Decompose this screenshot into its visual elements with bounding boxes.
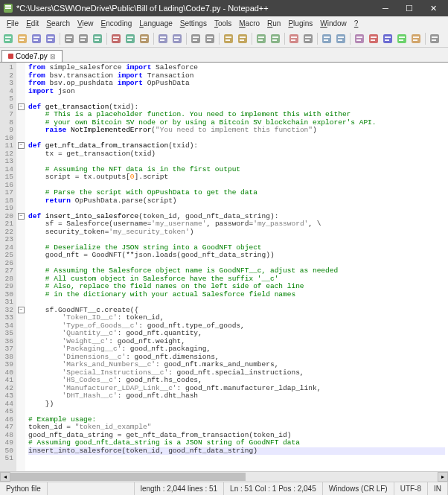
code-editor[interactable]: 1234567891011121314151617181920212223242… [0, 63, 448, 471]
line-number: 9 [1, 127, 13, 135]
toolbar-wrap-button[interactable] [269, 32, 282, 45]
toolbar-open-button[interactable] [16, 32, 29, 45]
menu-settings[interactable]: Settings [176, 19, 211, 28]
code-line[interactable]: script = tx.outputs[0].script [28, 173, 445, 182]
svg-rect-35 [160, 39, 164, 41]
line-number: 35 [1, 330, 13, 338]
toolbar-x-button[interactable] [428, 32, 441, 45]
toolbar-indent-button[interactable] [301, 32, 315, 45]
menu-language[interactable]: Language [135, 19, 176, 28]
code-line[interactable] [28, 455, 445, 463]
menu-run[interactable]: Run [263, 19, 284, 28]
code-line[interactable]: # Assuming good_nft_data_string is a JSO… [28, 439, 445, 447]
toolbar-sync-button[interactable] [255, 32, 268, 45]
svg-rect-33 [159, 34, 167, 43]
fold-minus-icon[interactable]: − [18, 307, 25, 313]
title-bar: *C:\Users\CSW\OneDrive\Public\Bill of La… [0, 0, 448, 16]
toolbar-undo-button[interactable] [156, 32, 170, 45]
toolbar-paste-button[interactable] [138, 32, 151, 45]
toolbar-redo-button[interactable] [170, 32, 184, 45]
toolbar-showall-button[interactable] [287, 32, 301, 45]
svg-rect-73 [371, 36, 377, 38]
toolbar-new-button[interactable] [1, 32, 15, 45]
scroll-left-button[interactable]: ◂ [0, 472, 10, 482]
toolbar-saveall-button[interactable] [44, 32, 57, 45]
menu-view[interactable]: View [74, 19, 97, 28]
code-line[interactable] [28, 298, 445, 307]
toolbar-close-button[interactable] [63, 32, 76, 45]
code-line[interactable]: def get_nft_data_from_transaction(txid): [28, 142, 445, 150]
toolbar-replace-button[interactable] [203, 32, 217, 45]
close-button[interactable]: ✕ [421, 0, 445, 16]
tab-close-icon[interactable]: ⊠ [50, 53, 56, 60]
svg-rect-67 [338, 36, 344, 38]
maximize-button[interactable]: ☐ [397, 0, 421, 16]
scroll-right-button[interactable]: ▸ [438, 472, 448, 482]
code-line[interactable]: # in the dictionary with your actual Sal… [28, 291, 445, 299]
svg-rect-36 [173, 34, 182, 43]
menu-edit[interactable]: Edit [22, 19, 42, 28]
status-enc: UTF-8 [394, 482, 428, 495]
fold-minus-icon[interactable]: − [18, 213, 25, 220]
menu-window[interactable]: Window [316, 19, 351, 28]
code-line[interactable]: }) [28, 400, 445, 409]
code-line[interactable]: insert_into_salesforce(token_id, good_nf… [28, 447, 445, 456]
toolbar-save-button[interactable] [30, 32, 43, 45]
toolbar-unfold-button[interactable] [334, 32, 348, 45]
scroll-thumb[interactable] [10, 473, 246, 481]
toolbar-play-button[interactable] [381, 32, 394, 45]
toolbar-copy-button[interactable] [124, 32, 137, 45]
toolbar-cut-button[interactable] [109, 32, 123, 45]
line-number: 23 [1, 236, 13, 244]
line-number: 17 [1, 189, 13, 197]
toolbar-zoomout-button[interactable] [236, 32, 249, 45]
minimize-button[interactable]: ─ [374, 0, 397, 16]
fold-minus-icon[interactable]: − [18, 103, 25, 110]
fold-minus-icon[interactable]: − [18, 142, 25, 149]
toolbar-fold-button[interactable] [320, 32, 333, 45]
file-tab[interactable]: Code7.py ⊠ [1, 50, 63, 62]
menu-?[interactable]: ? [351, 19, 362, 28]
menu-tools[interactable]: Tools [211, 19, 235, 28]
toolbar-save2-button[interactable] [409, 32, 423, 45]
toolbar-find-button[interactable] [189, 32, 202, 45]
toolbar-playm-button[interactable] [395, 32, 409, 45]
toolbar-lang-button[interactable] [353, 32, 366, 45]
code-line[interactable]: raise NotImplementedError("You need to i… [28, 127, 445, 135]
code-area[interactable]: from simple_salesforce import Salesforce… [25, 63, 448, 471]
code-line[interactable]: tx = get_transaction(txid) [28, 150, 445, 159]
menu-file[interactable]: File [3, 19, 22, 28]
menu-encoding[interactable]: Encoding [97, 19, 136, 28]
code-line[interactable]: import json [28, 88, 445, 96]
svg-rect-70 [356, 36, 362, 38]
code-line[interactable]: sf = Salesforce(username='my_username', … [28, 220, 445, 229]
code-line[interactable]: security_token='my_security_token') [28, 229, 445, 237]
code-line[interactable]: from bsv.op_pushdata import OpPushData [28, 80, 445, 88]
horizontal-scrollbar[interactable]: ◂ ▸ [0, 471, 448, 482]
code-line[interactable]: token_id = "token_id_example" [28, 424, 445, 432]
toolbar-print-button[interactable] [91, 32, 104, 45]
toolbar-zoomin-button[interactable] [222, 32, 235, 45]
menu-plugins[interactable]: Plugins [284, 19, 316, 28]
svg-rect-7 [19, 36, 25, 38]
code-line[interactable]: 'DHT_Hash__c': good_nft.dht_hash [28, 392, 445, 400]
code-line[interactable]: # Parse the script with OpPushData to ge… [28, 189, 445, 197]
code-line[interactable]: from simple_salesforce import Salesforce [28, 64, 445, 72]
line-number: 1 [1, 64, 13, 72]
window-title: *C:\Users\CSW\OneDrive\Public\Bill of La… [13, 4, 374, 13]
svg-rect-26 [113, 39, 118, 41]
svg-rect-9 [32, 34, 41, 43]
svg-rect-13 [48, 36, 54, 38]
code-line[interactable]: return OpPushData.parse(script) [28, 197, 445, 205]
svg-rect-53 [258, 39, 263, 41]
toolbar-separator [317, 33, 318, 45]
toolbar-closeall-button[interactable] [77, 32, 90, 45]
menu-macro[interactable]: Macro [235, 19, 263, 28]
code-line[interactable]: good_nft = GoodNFT(**json.loads(good_nft… [28, 252, 445, 260]
svg-rect-75 [383, 34, 392, 43]
scroll-track[interactable] [10, 472, 438, 482]
menu-search[interactable]: Search [42, 19, 74, 28]
line-number: 21 [1, 220, 13, 229]
line-number: 5 [1, 95, 13, 103]
toolbar-rec-button[interactable] [367, 32, 380, 45]
